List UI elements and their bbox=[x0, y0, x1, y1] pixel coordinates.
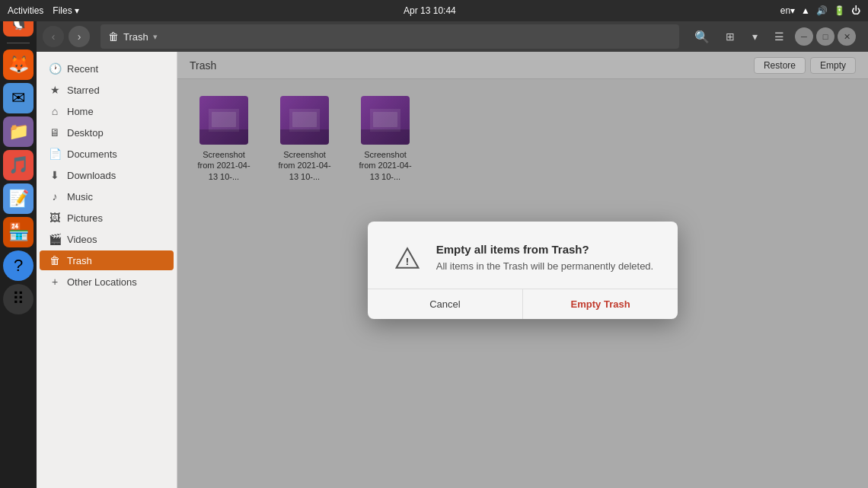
wifi-icon: ▲ bbox=[801, 5, 810, 16]
sidebar-item-pictures[interactable]: 🖼Pictures bbox=[40, 208, 174, 228]
main-area: 🕐Recent★Starred⌂Home🖥Desktop📄Documents⬇D… bbox=[37, 52, 868, 488]
trash-icon: 🗑 bbox=[49, 254, 61, 266]
downloads-icon: ⬇ bbox=[49, 169, 61, 181]
dialog-message: All items in the Trash will be permanent… bbox=[436, 260, 653, 272]
view-options-button[interactable]: ▾ bbox=[743, 26, 766, 47]
starred-icon: ★ bbox=[49, 84, 61, 96]
sidebar-item-desktop[interactable]: 🖥Desktop bbox=[40, 123, 174, 142]
pictures-icon: 🖼 bbox=[49, 212, 61, 224]
sidebar-label-other: Other Locations bbox=[67, 276, 137, 288]
documents-icon: 📄 bbox=[49, 148, 61, 160]
lang-indicator[interactable]: en▾ bbox=[780, 5, 795, 16]
system-bar: Activities Files ▾ Apr 13 10:44 en▾ ▲ 🔊 … bbox=[0, 0, 868, 21]
sidebar-item-music[interactable]: ♪Music bbox=[40, 187, 174, 206]
sysbar-indicators: en▾ ▲ 🔊 🔋 ⏻ bbox=[780, 5, 860, 16]
empty-trash-button[interactable]: Empty Trash bbox=[522, 289, 678, 319]
file-manager-window: ‹ › 🗑 Trash ▾ 🔍 ⊞ ▾ ☰ ─ □ ✕ 🕐Recent★Star… bbox=[37, 21, 868, 488]
dialog-body: ! Empty all items from Trash? All items … bbox=[368, 222, 678, 289]
other-icon: + bbox=[49, 276, 61, 288]
sidebar-item-documents[interactable]: 📄Documents bbox=[40, 144, 174, 164]
dock-item-help[interactable]: ? bbox=[3, 250, 34, 281]
chevron-down-icon[interactable]: ▾ bbox=[153, 32, 158, 42]
sidebar-item-recent[interactable]: 🕐Recent bbox=[40, 59, 174, 78]
sidebar-item-downloads[interactable]: ⬇Downloads bbox=[40, 165, 174, 185]
view-switcher: ⊞ ▾ ☰ bbox=[719, 26, 790, 47]
sysbar-left: Activities Files ▾ bbox=[8, 5, 79, 16]
files-menu[interactable]: Files ▾ bbox=[53, 5, 79, 16]
sidebar-label-recent: Recent bbox=[67, 63, 98, 75]
dialog-actions: Cancel Empty Trash bbox=[368, 289, 678, 319]
sidebar-label-downloads: Downloads bbox=[67, 170, 116, 181]
close-button[interactable]: ✕ bbox=[838, 27, 856, 46]
battery-icon: 🔋 bbox=[834, 5, 845, 16]
sidebar-label-home: Home bbox=[67, 106, 94, 117]
volume-icon: 🔊 bbox=[816, 5, 828, 16]
sidebar-item-home[interactable]: ⌂Home bbox=[40, 101, 174, 121]
sidebar-label-trash: Trash bbox=[67, 255, 92, 266]
sidebar-label-pictures: Pictures bbox=[67, 212, 103, 224]
sidebar-label-starred: Starred bbox=[67, 85, 100, 96]
sysbar-clock: Apr 13 10:44 bbox=[404, 5, 456, 16]
list-view-button[interactable]: ☰ bbox=[767, 26, 790, 47]
recent-icon: 🕐 bbox=[49, 62, 61, 75]
cancel-button[interactable]: Cancel bbox=[368, 289, 522, 319]
window-controls: ─ □ ✕ bbox=[795, 27, 862, 46]
dock-item-thunderbird[interactable]: ✉ bbox=[3, 83, 34, 113]
sidebar-item-videos[interactable]: 🎬Videos bbox=[40, 229, 174, 249]
grid-view-button[interactable]: ⊞ bbox=[719, 26, 742, 47]
sidebar-label-desktop: Desktop bbox=[67, 127, 104, 139]
dock-item-files[interactable]: 📁 bbox=[3, 116, 34, 147]
back-button[interactable]: ‹ bbox=[43, 26, 64, 47]
application-dock: 🐧🦊✉📁🎵📝🏪?⠿ bbox=[0, 0, 37, 488]
music-icon: ♪ bbox=[49, 190, 61, 203]
empty-trash-dialog: ! Empty all items from Trash? All items … bbox=[368, 222, 678, 319]
minimize-button[interactable]: ─ bbox=[795, 27, 813, 46]
trash-folder-icon: 🗑 bbox=[108, 30, 119, 43]
warning-icon: ! bbox=[392, 243, 423, 273]
location-label: Trash bbox=[123, 31, 148, 43]
dock-item-gedit[interactable]: 📝 bbox=[3, 183, 34, 214]
titlebar: ‹ › 🗑 Trash ▾ 🔍 ⊞ ▾ ☰ ─ □ ✕ bbox=[37, 21, 868, 52]
dock-item-appcenter[interactable]: 🏪 bbox=[3, 217, 34, 247]
dialog-overlay: ! Empty all items from Trash? All items … bbox=[177, 52, 868, 488]
dialog-title: Empty all items from Trash? bbox=[436, 243, 653, 256]
content-pane: Trash Restore Empty Screenshot from 2021… bbox=[177, 52, 868, 488]
power-icon[interactable]: ⏻ bbox=[851, 5, 860, 16]
sidebar-item-other[interactable]: +Other Locations bbox=[40, 272, 174, 292]
dock-item-firefox[interactable]: 🦊 bbox=[3, 49, 34, 80]
dock-separator bbox=[7, 43, 30, 43]
dialog-text: Empty all items from Trash? All items in… bbox=[436, 243, 653, 272]
desktop-icon: 🖥 bbox=[49, 126, 61, 139]
sidebar: 🕐Recent★Starred⌂Home🖥Desktop📄Documents⬇D… bbox=[37, 52, 177, 488]
sidebar-item-trash[interactable]: 🗑Trash bbox=[40, 250, 174, 270]
sidebar-label-videos: Videos bbox=[67, 234, 97, 245]
location-bar: 🗑 Trash ▾ bbox=[101, 24, 679, 49]
videos-icon: 🎬 bbox=[49, 233, 61, 245]
sidebar-item-starred[interactable]: ★Starred bbox=[40, 80, 174, 100]
search-button[interactable]: 🔍 bbox=[690, 24, 714, 49]
maximize-button[interactable]: □ bbox=[816, 27, 834, 46]
svg-text:!: ! bbox=[406, 255, 409, 266]
dock-item-apps[interactable]: ⠿ bbox=[3, 284, 34, 314]
home-icon: ⌂ bbox=[49, 105, 61, 117]
sidebar-label-documents: Documents bbox=[67, 148, 117, 160]
activities-button[interactable]: Activities bbox=[8, 5, 43, 16]
sidebar-label-music: Music bbox=[67, 191, 93, 203]
dock-item-rhythmbox[interactable]: 🎵 bbox=[3, 150, 34, 180]
forward-button[interactable]: › bbox=[69, 26, 90, 47]
